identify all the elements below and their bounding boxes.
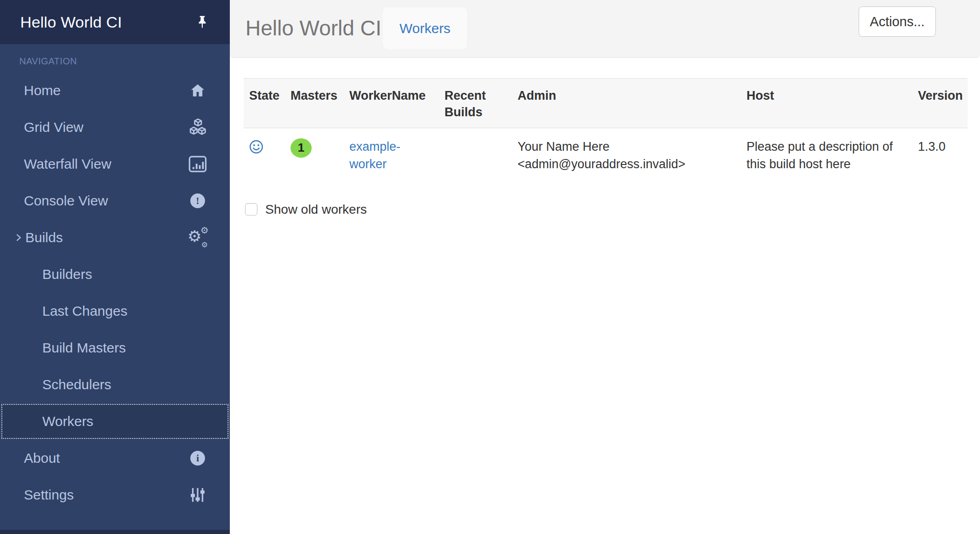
- worker-name-link[interactable]: example-worker: [349, 140, 400, 170]
- sidebar-item-build-masters[interactable]: Build Masters: [0, 329, 230, 366]
- sidebar-item-schedulers[interactable]: Schedulers: [0, 366, 230, 403]
- tab-workers[interactable]: Workers: [383, 7, 467, 49]
- worker-masters-cell: 1: [285, 128, 344, 183]
- table-header-row: State Masters WorkerName Recent Builds A…: [244, 79, 968, 128]
- info-circle-icon: i: [188, 448, 208, 468]
- sidebar-item-workers[interactable]: Workers: [1, 404, 228, 439]
- sidebar-footer: [0, 530, 230, 534]
- sidebar-item-settings[interactable]: Settings: [0, 477, 230, 513]
- topbar: Hello World CI Workers Actions...: [230, 0, 980, 58]
- sidebar-item-builders[interactable]: Builders: [0, 256, 230, 293]
- worker-host-cell: Please put a description of this build h…: [741, 128, 912, 183]
- workers-table: State Masters WorkerName Recent Builds A…: [244, 78, 968, 183]
- show-old-workers-checkbox[interactable]: [245, 203, 257, 216]
- sidebar-item-about[interactable]: About i: [0, 440, 230, 477]
- worker-admin-cell: Your Name Here <admin@youraddress.invali…: [512, 128, 741, 183]
- main-area: Hello World CI Workers Actions... State …: [230, 0, 980, 534]
- cogs-icon: ⚙⚙⚙: [188, 227, 208, 248]
- worker-recent-builds-cell: [439, 128, 512, 183]
- exclamation-circle-icon: !: [188, 191, 208, 211]
- sidebar-item-home[interactable]: Home: [0, 72, 230, 109]
- sidebar-item-last-changes[interactable]: Last Changes: [0, 293, 230, 329]
- col-admin: Admin: [512, 79, 741, 128]
- col-workername: WorkerName: [344, 79, 439, 128]
- show-old-workers-label[interactable]: Show old workers: [265, 202, 367, 217]
- table-row: 1 example-worker Your Name Here <admin@y…: [244, 128, 968, 183]
- smiley-icon: [249, 140, 263, 154]
- col-state: State: [244, 79, 285, 128]
- sidebar-item-grid-view[interactable]: Grid View: [0, 109, 230, 146]
- nav-list: Home Grid View Waterfall View: [0, 72, 230, 513]
- sidebar: Hello World CI NAVIGATION Home Grid View: [0, 0, 230, 534]
- col-host: Host: [741, 79, 912, 128]
- worker-state-cell: [244, 128, 285, 183]
- sidebar-item-console-view[interactable]: Console View !: [0, 182, 230, 219]
- col-version: Version: [912, 79, 968, 128]
- actions-button[interactable]: Actions...: [859, 6, 936, 37]
- nav-section-label: NAVIGATION: [19, 56, 230, 67]
- bar-chart-icon: [188, 154, 208, 174]
- sidebar-item-waterfall-view[interactable]: Waterfall View: [0, 146, 230, 182]
- col-recent-builds: Recent Builds: [439, 79, 512, 128]
- masters-count-badge: 1: [291, 138, 312, 158]
- show-old-workers-row: Show old workers: [245, 202, 980, 217]
- app-title[interactable]: Hello World CI: [20, 13, 122, 31]
- sidebar-item-builds[interactable]: Builds ⚙⚙⚙: [0, 219, 230, 256]
- col-masters: Masters: [285, 79, 344, 128]
- worker-name-cell: example-worker: [344, 128, 439, 183]
- sidebar-header: Hello World CI: [0, 0, 230, 44]
- sliders-icon: [188, 485, 208, 505]
- cubes-icon: [188, 117, 208, 137]
- worker-version-cell: 1.3.0: [912, 128, 968, 183]
- page-title: Hello World CI: [245, 15, 382, 40]
- home-icon: [188, 80, 208, 101]
- pin-icon[interactable]: [195, 15, 210, 29]
- chevron-right-icon: [14, 233, 23, 242]
